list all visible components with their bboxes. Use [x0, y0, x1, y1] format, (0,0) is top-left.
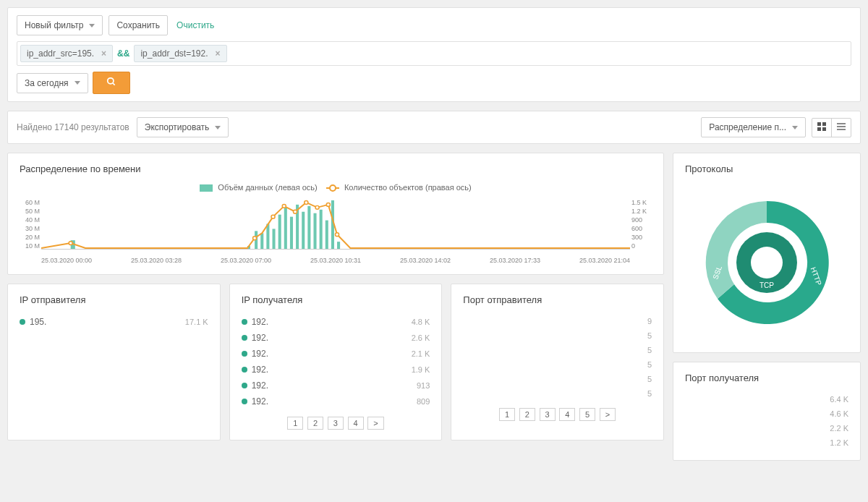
stat-label: 192.	[252, 365, 268, 375]
list-item[interactable]: 192.2.6 K	[242, 330, 430, 346]
legend-line-swatch	[326, 187, 339, 189]
y-tick: 300	[631, 234, 652, 241]
list-item[interactable]: 9	[463, 314, 652, 328]
plot-area	[41, 199, 630, 250]
and-operator: &&	[117, 48, 129, 59]
list-item[interactable]: 2.2 K	[685, 421, 848, 435]
x-tick: 25.03.2020 03:28	[131, 257, 182, 264]
clear-button[interactable]: Очистить	[174, 16, 217, 35]
dot-icon	[242, 383, 247, 388]
x-axis: 25.03.2020 00:00 25.03.2020 03:28 25.03.…	[41, 257, 630, 264]
svg-point-29	[282, 204, 286, 208]
list-item[interactable]: 192.809	[242, 393, 430, 409]
svg-rect-5	[822, 127, 826, 131]
view-mode-dropdown[interactable]: Распределение п...	[701, 117, 806, 137]
y-tick: 50 M	[20, 208, 40, 215]
stat-value: 6.4 K	[830, 395, 848, 404]
y-tick: 60 M	[20, 199, 40, 206]
svg-point-33	[326, 203, 330, 207]
list-item[interactable]: 1.2 K	[685, 435, 848, 450]
svg-point-27	[253, 237, 257, 240]
remove-chip-icon[interactable]: ×	[216, 48, 221, 59]
page-button[interactable]: 2	[307, 417, 323, 430]
next-page-button[interactable]: >	[600, 408, 616, 421]
stat-value: 4.6 K	[830, 409, 848, 418]
stat-value: 5	[647, 360, 652, 369]
x-tick: 25.03.2020 07:00	[221, 257, 271, 264]
grid-view-icon[interactable]	[812, 119, 832, 137]
dot-icon	[20, 319, 25, 325]
page-button[interactable]: 3	[540, 408, 556, 421]
svg-point-31	[305, 201, 308, 205]
svg-rect-25	[337, 242, 340, 249]
list-item[interactable]: 195. 17.1 K	[20, 314, 208, 330]
stat-value: 17.1 K	[185, 318, 208, 326]
stat-label: 192.	[252, 333, 268, 343]
card-title: IP получателя	[242, 294, 430, 305]
stat-value: 2.1 K	[412, 349, 430, 358]
list-item[interactable]: 5	[463, 372, 652, 386]
stat-value: 9	[647, 317, 652, 326]
save-button[interactable]: Сохранить	[109, 15, 168, 35]
card-title: Протоколы	[685, 163, 848, 174]
list-item[interactable]: 5	[463, 328, 652, 343]
list-view-icon[interactable]	[832, 119, 851, 137]
y-tick: 1.5 K	[631, 199, 652, 206]
page-button[interactable]: 1	[499, 408, 515, 421]
svg-rect-21	[313, 213, 316, 249]
y-axis-left: 60 M 50 M 40 M 30 M 20 M 10 M	[20, 199, 40, 250]
x-tick: 25.03.2020 14:02	[400, 257, 451, 264]
svg-rect-20	[307, 206, 310, 249]
page-button[interactable]: 2	[519, 408, 535, 421]
legend-bars-label: Объём данных (левая ось)	[218, 183, 317, 192]
filter-chip-dst[interactable]: ip_addr_dst=192. ×	[134, 45, 226, 62]
svg-point-26	[69, 242, 72, 245]
y-tick: 0	[631, 242, 652, 250]
svg-point-30	[293, 210, 297, 213]
x-tick: 25.03.2020 00:00	[41, 257, 92, 264]
page-button[interactable]: 5	[579, 408, 595, 421]
svg-rect-22	[320, 210, 323, 249]
stat-value: 1.2 K	[830, 438, 848, 447]
y-tick: 900	[631, 216, 652, 224]
page-button[interactable]: 4	[348, 417, 364, 430]
filter-expression-bar[interactable]: ip_addr_src=195. × && ip_addr_dst=192. ×	[17, 41, 851, 66]
page-button[interactable]: 4	[559, 408, 575, 421]
svg-rect-16	[284, 208, 287, 249]
stat-value: 809	[417, 397, 430, 406]
x-tick: 25.03.2020 21:04	[579, 257, 630, 264]
dot-icon	[242, 351, 247, 357]
list-item[interactable]: 6.4 K	[685, 392, 848, 407]
search-button[interactable]	[93, 72, 130, 94]
protocols-card: Протоколы TCP HTTP SSL	[673, 153, 861, 353]
list-item[interactable]: 5	[463, 357, 652, 372]
y-tick: 10 M	[20, 242, 40, 250]
list-item[interactable]: 192.1.9 K	[242, 362, 430, 378]
list-item[interactable]: 5	[463, 386, 652, 401]
period-dropdown[interactable]: За сегодня	[17, 73, 88, 93]
next-page-button[interactable]: >	[367, 417, 383, 430]
page-button[interactable]: 3	[328, 417, 344, 430]
list-item[interactable]: 192.913	[242, 378, 430, 393]
pager: 1 2 3 4 >	[242, 417, 430, 430]
page-button[interactable]: 1	[287, 417, 303, 430]
recipient-ip-card: IP получателя 192.4.8 K192.2.6 K192.2.1 …	[229, 284, 443, 441]
new-filter-button[interactable]: Новый фильтр	[17, 15, 103, 35]
svg-rect-14	[272, 229, 275, 249]
stat-value: 5	[647, 346, 652, 354]
svg-point-34	[335, 233, 339, 237]
svg-rect-2	[817, 122, 821, 126]
y-tick: 30 M	[20, 225, 40, 232]
list-item[interactable]: 192.4.8 K	[242, 314, 430, 330]
sender-ip-card: IP отправителя 195. 17.1 K	[7, 284, 221, 441]
svg-point-36	[751, 247, 783, 278]
list-item[interactable]: 192.2.1 K	[242, 346, 430, 362]
list-item[interactable]: 4.6 K	[685, 407, 848, 421]
y-tick: 1.2 K	[631, 208, 652, 215]
remove-chip-icon[interactable]: ×	[101, 48, 106, 59]
list-item[interactable]: 5	[463, 343, 652, 357]
filter-chip-src[interactable]: ip_addr_src=195. ×	[20, 45, 113, 62]
export-button[interactable]: Экспортировать	[137, 117, 229, 137]
y-tick: 600	[631, 225, 652, 232]
results-bar: Найдено 17140 результатов Экспортировать…	[7, 111, 861, 144]
